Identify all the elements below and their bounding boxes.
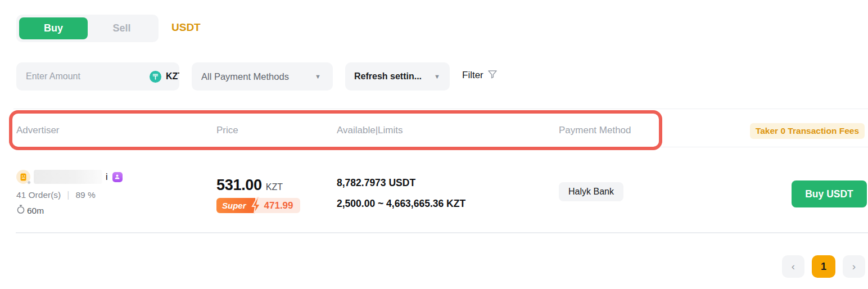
payment-window-value: 60m — [27, 206, 44, 216]
available-amount: 8,782.7973 USDT — [337, 177, 465, 189]
super-label: Super — [216, 198, 255, 213]
table-top-border — [13, 109, 868, 109]
price-value: 531.00 — [216, 177, 262, 194]
row-divider — [16, 232, 868, 233]
stopwatch-icon — [16, 205, 25, 216]
table-row-available-cell: 8,782.7973 USDT 2,500.00 ~ 4,663,665.36 … — [337, 177, 465, 210]
status-dot — [27, 180, 31, 184]
advertiser-stats: 41 Order(s) | 89 % — [16, 190, 123, 200]
column-header-advertiser: Advertiser — [16, 125, 60, 136]
table-row-price-cell: 531.00 KZT Super 471.99 — [216, 177, 300, 213]
buy-sell-toggle: Buy Sell — [16, 15, 159, 42]
chevron-down-icon: ▼ — [434, 73, 440, 80]
advertiser-profile[interactable]: i — [16, 170, 123, 184]
advertiser-name-redacted — [34, 170, 102, 184]
filter-row: KZT ▼ All Payment Methods ▼ Refresh sett… — [0, 62, 868, 91]
lightning-icon — [250, 196, 263, 217]
column-header-available-limits: Available|Limits — [337, 125, 403, 136]
amount-input[interactable] — [16, 62, 142, 91]
table-row-advertiser-cell: i 41 Order(s) | 89 % 60m — [16, 170, 123, 216]
payment-methods-dropdown[interactable]: All Payment Methods ▼ — [192, 62, 333, 91]
amount-filter-group: KZT ▼ — [16, 62, 179, 91]
column-header-price: Price — [216, 125, 238, 136]
chevron-down-icon: ▼ — [315, 73, 321, 80]
order-limits: 2,500.00 ~ 4,663,665.36 KZT — [337, 198, 465, 210]
refresh-settings-dropdown[interactable]: Refresh settin... ▼ — [345, 62, 450, 91]
payment-methods-label: All Payment Methods — [201, 71, 289, 82]
asset-selector[interactable]: USDT — [171, 21, 201, 34]
funnel-icon — [487, 69, 498, 82]
advertiser-name-suffix: i — [106, 172, 108, 182]
pagination-next-button[interactable]: › — [843, 255, 865, 278]
payment-window: 60m — [16, 205, 123, 216]
filter-label: Filter — [462, 70, 483, 81]
avatar — [16, 170, 30, 184]
buy-usdt-button[interactable]: Buy USDT — [792, 180, 867, 207]
currency-select[interactable]: KZT ▼ — [142, 62, 179, 91]
payment-method-chip: Halyk Bank — [559, 182, 623, 201]
column-header-payment-method: Payment Method — [559, 125, 631, 136]
verified-merchant-icon — [112, 172, 123, 182]
pagination-prev-button[interactable]: ‹ — [782, 255, 804, 278]
fee-badge: Taker 0 Transaction Fees — [750, 123, 865, 139]
pagination-current-page[interactable]: 1 — [812, 255, 835, 278]
price-currency: KZT — [266, 182, 283, 192]
filter-button[interactable]: Filter — [462, 69, 498, 82]
tenge-coin-icon — [150, 71, 161, 83]
order-count: 41 Order(s) — [16, 190, 61, 200]
super-price-badge: Super 471.99 — [216, 198, 300, 213]
pagination: ‹ 1 › — [782, 255, 865, 278]
refresh-settings-label: Refresh settin... — [354, 71, 422, 82]
tab-buy[interactable]: Buy — [19, 17, 88, 39]
tab-sell[interactable]: Sell — [88, 22, 156, 34]
completion-rate: 89 % — [75, 190, 95, 200]
price: 531.00 KZT — [216, 177, 300, 194]
table-header-border — [13, 147, 868, 147]
currency-code: KZT — [166, 71, 179, 82]
stat-divider: | — [67, 190, 69, 200]
